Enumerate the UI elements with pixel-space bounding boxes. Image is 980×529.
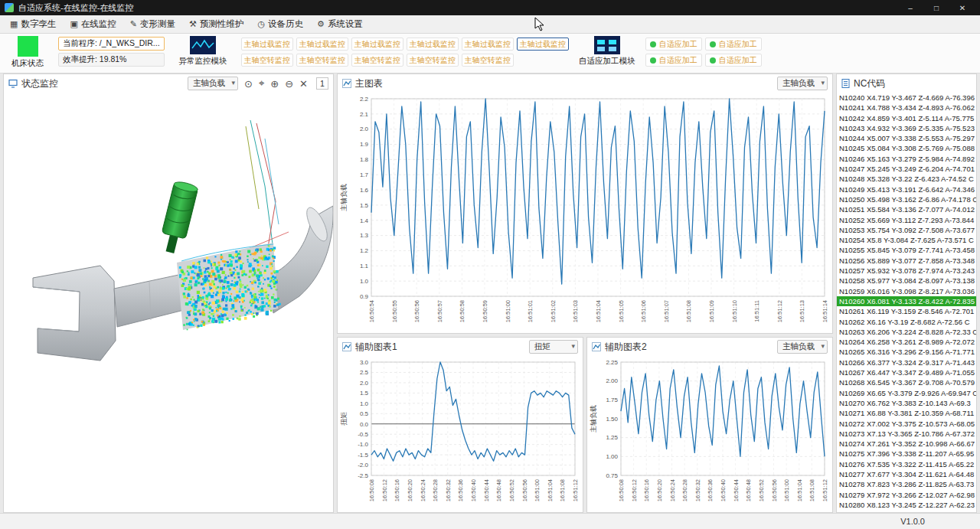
spindle-overload-monitor-button[interactable]: 主轴过载监控 [517, 38, 569, 51]
nc-code-line[interactable]: N10244 X5.007 Y-3.338 Z-5.553 A-75.297 [837, 133, 976, 143]
minimize-button[interactable]: – [897, 0, 923, 15]
svg-text:1.2: 1.2 [360, 247, 369, 254]
nc-code-line[interactable]: N10270 X6.762 Y-3.383 Z-10.143 A-69.3 [837, 398, 976, 408]
nc-code-line[interactable]: N10241 X4.788 Y-3.434 Z-4.893 A-76.062 [837, 103, 976, 113]
spindle-idle-monitor-button[interactable]: 主轴空转监控 [407, 54, 459, 67]
nc-code-line[interactable]: N10272 X7.002 Y-3.375 Z-10.573 A-68.05 [837, 419, 976, 429]
menu-item[interactable]: ⚙ 系统设置 [310, 17, 370, 31]
toolpath-lines [234, 120, 289, 255]
spindle-idle-monitor-button[interactable]: 主轴空转监控 [241, 54, 293, 67]
nc-code-line[interactable]: N10280 X8.123 Y-3.245 Z-12.227 A-62.23 [837, 500, 976, 510]
svg-text:16:51:00: 16:51:00 [505, 300, 511, 322]
aux-chart1-metric-select[interactable]: 扭矩 [529, 340, 578, 354]
machine-status-block: 机床状态 [6, 36, 49, 69]
aux-chart2-metric-select[interactable]: 主轴负载 [777, 340, 828, 354]
control-strip: 机床状态 当前程序: /_N_WKS_DIR... 效率提升: 19.81% 异… [0, 34, 980, 73]
spindle-idle-monitor-button[interactable]: 主轴空转监控 [296, 54, 348, 67]
svg-text:16:50:16: 16:50:16 [394, 479, 400, 501]
svg-text:16:50:12: 16:50:12 [381, 479, 388, 501]
nc-code-line[interactable]: N10262 X6.16 Y-3.19 Z-8.682 A-72.56 C [837, 317, 976, 327]
nc-code-line[interactable]: N10245 X5.084 Y-3.308 Z-5.769 A-75.088 [837, 143, 976, 153]
menu-item[interactable]: ▣ 在线监控 [63, 17, 122, 31]
nc-code-line[interactable]: N10248 X5.328 Y-3.22 Z-6.423 A-74.52 C [837, 174, 976, 184]
nc-code-line[interactable]: N10275 X7.396 Y-3.338 Z-11.207 A-65.95 [837, 449, 976, 459]
menu-item[interactable]: ⚒ 预测性维护 [182, 17, 250, 31]
orbit-icon[interactable]: ⊙ [242, 78, 255, 90]
adaptive-process-button[interactable]: 自适应加工 [645, 54, 702, 67]
aux-chart2-panel: 辅助图表2 主轴负载 0.751.001.251.501.752.002.251… [586, 337, 833, 513]
spindle-overload-monitor-button[interactable]: 主轴过载监控 [462, 38, 514, 51]
nc-code-line[interactable]: N10251 X5.584 Y-3.136 Z-7.077 A-74.012 [837, 204, 976, 214]
spindle-overload-monitor-button[interactable]: 主轴过载监控 [407, 38, 459, 51]
svg-text:0.5: 0.5 [360, 410, 369, 417]
menu-item[interactable]: ◷ 设备历史 [250, 17, 310, 31]
nc-code-line[interactable]: N10274 X7.261 Y-3.352 Z-10.998 A-66.67 [837, 439, 976, 449]
adaptive-process-button[interactable]: 自适应加工 [645, 38, 702, 51]
nc-code-line[interactable]: N10253 X5.754 Y-3.092 Z-7.508 A-73.677 [837, 225, 976, 235]
svg-text:16:51:11: 16:51:11 [753, 300, 760, 322]
menu-item[interactable]: ▦ 数字孪生 [3, 17, 63, 31]
digital-twin-icon: ▦ [10, 19, 18, 29]
close-button[interactable]: ✕ [949, 0, 975, 15]
nc-code-line[interactable]: N10264 X6.258 Y-3.261 Z-8.989 A-72.072 [837, 337, 976, 347]
program-block: 当前程序: /_N_WKS_DIR... 效率提升: 19.81% [58, 36, 165, 67]
online-monitor-icon: ▣ [70, 19, 77, 29]
spindle-idle-monitor-button[interactable]: 主轴空转监控 [462, 54, 514, 67]
nc-code-line[interactable]: N10258 X5.977 Y-3.084 Z-8.097 A-73.138 [837, 276, 976, 286]
nc-code-line[interactable]: N10256 X5.889 Y-3.077 Z-7.858 A-73.348 [837, 256, 976, 266]
svg-text:16:51:12: 16:51:12 [572, 479, 579, 501]
nc-code-line[interactable]: N10254 X5.8 Y-3.084 Z-7.625 A-73.571 C [837, 235, 976, 245]
nc-code-line[interactable]: N10277 X7.677 Y-3.304 Z-11.621 A-64.48 [837, 469, 976, 479]
zoom-out-icon[interactable]: ⊖ [283, 78, 296, 90]
nc-code-line[interactable]: N10246 X5.163 Y-3.279 Z-5.984 A-74.892 [837, 154, 976, 164]
svg-text:16:51:04: 16:51:04 [547, 479, 554, 501]
close-icon[interactable]: ✕ [297, 78, 310, 90]
nc-code-line[interactable]: N10269 X6.65 Y-3.379 Z-9.926 A-69.947 C [837, 388, 976, 398]
nc-code-line[interactable]: N10273 X7.13 Y-3.365 Z-10.786 A-67.372 [837, 429, 976, 439]
view-metric-select[interactable]: 主轴负载 [188, 77, 238, 90]
nc-code-line[interactable]: N10266 X6.377 Y-3.324 Z-9.317 A-71.443 [837, 358, 976, 367]
nc-code-line[interactable]: N10255 X5.845 Y-3.079 Z-7.741 A-73.458 [837, 245, 976, 255]
nc-code-line[interactable]: N10261 X6.119 Y-3.159 Z-8.546 A-72.701 [837, 306, 976, 316]
nc-code-line[interactable]: N10247 X5.245 Y-3.249 Z-6.204 A-74.701 [837, 164, 976, 174]
main-chart-canvas: 0.91.01.11.21.31.41.51.61.71.81.92.02.12… [338, 93, 832, 333]
pan-icon[interactable]: ⌖ [256, 77, 266, 90]
nc-code-line[interactable]: N10260 X6.081 Y-3.133 Z-8.422 A-72.835 [837, 296, 976, 306]
nc-code-line[interactable]: N10278 X7.823 Y-3.286 Z-11.825 A-63.73 [837, 479, 976, 489]
svg-text:1.75: 1.75 [606, 397, 618, 403]
nc-code-line[interactable]: N10271 X6.88 Y-3.381 Z-10.359 A-68.711 [837, 408, 976, 418]
nc-code-line[interactable]: N10268 X6.545 Y-3.367 Z-9.708 A-70.579 [837, 377, 976, 387]
nc-code-line[interactable]: N10242 X4.859 Y-3.401 Z-5.114 A-75.775 [837, 113, 976, 123]
svg-text:16:51:04: 16:51:04 [595, 300, 602, 322]
fixture-block [33, 266, 116, 361]
svg-text:16:50:28: 16:50:28 [432, 479, 439, 501]
nc-code-line[interactable]: N10263 X6.206 Y-3.224 Z-8.828 A-72.33 C [837, 327, 976, 337]
spindle-idle-monitor-button[interactable]: 主轴空转监控 [351, 54, 403, 67]
main-chart-metric-select[interactable]: 主轴负载 [777, 77, 828, 90]
nc-code-line[interactable]: N10252 X5.669 Y-3.112 Z-7.293 A-73.844 [837, 215, 976, 225]
nc-code-line[interactable]: N10265 X6.316 Y-3.296 Z-9.156 A-71.771 [837, 347, 976, 357]
svg-text:16:50:55: 16:50:55 [391, 300, 398, 322]
nc-code-line[interactable]: N10257 X5.932 Y-3.078 Z-7.974 A-73.243 [837, 266, 976, 276]
maximize-button[interactable]: □ [923, 0, 949, 15]
spindle-overload-monitor-button[interactable]: 主轴过载监控 [296, 38, 348, 51]
nc-code-line[interactable]: N10279 X7.972 Y-3.266 Z-12.027 A-62.98 [837, 490, 976, 500]
nc-code-line[interactable]: N10249 X5.413 Y-3.191 Z-6.642 A-74.346 [837, 184, 976, 194]
machine-part-3d-view[interactable] [4, 93, 333, 512]
nc-code-line[interactable]: N10250 X5.498 Y-3.162 Z-6.86 A-74.178 C [837, 194, 976, 204]
nc-code-line[interactable]: N10240 X4.719 Y-3.467 Z-4.669 A-76.396 [837, 93, 976, 103]
main-area: 状态监控 主轴负载 ⊙⌖⊕⊖✕ 1 [0, 73, 980, 513]
zoom-in-icon[interactable]: ⊕ [268, 78, 281, 90]
nc-code-line[interactable]: N10276 X7.535 Y-3.322 Z-11.415 A-65.22 [837, 459, 976, 469]
svg-text:0.75: 0.75 [606, 472, 618, 479]
spindle-overload-monitor-button[interactable]: 主轴过载监控 [241, 38, 293, 51]
spindle-overload-monitor-button[interactable]: 主轴过载监控 [351, 38, 403, 51]
anomaly-module-block: 异常监控模块 [174, 36, 232, 67]
adaptive-process-button[interactable]: 自适应加工 [705, 54, 762, 67]
svg-text:16:50:58: 16:50:58 [459, 300, 466, 322]
nc-code-line[interactable]: N10243 X4.932 Y-3.369 Z-5.335 A-75.523 [837, 123, 976, 133]
nc-code-line[interactable]: N10259 X6.016 Y-3.098 Z-8.217 A-73.036 [837, 286, 976, 296]
nc-code-line[interactable]: N10267 X6.447 Y-3.347 Z-9.489 A-71.055 [837, 367, 976, 377]
menu-item[interactable]: ✎ 变形测量 [123, 17, 182, 31]
adaptive-process-button[interactable]: 自适应加工 [705, 38, 762, 51]
